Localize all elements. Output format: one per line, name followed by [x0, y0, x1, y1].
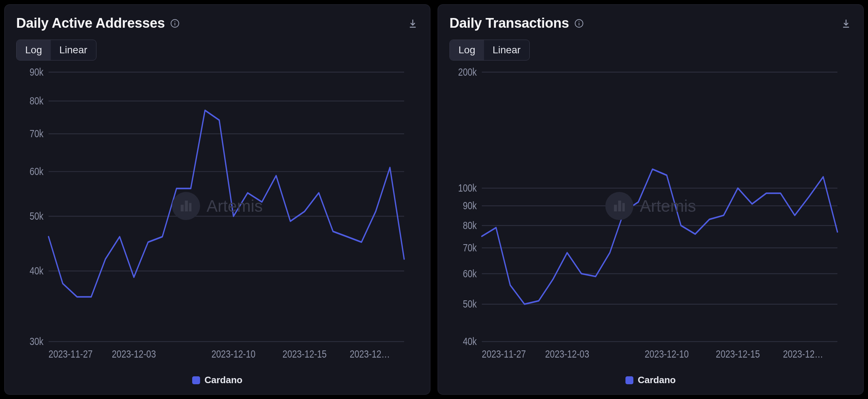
- svg-text:90k: 90k: [463, 200, 477, 212]
- svg-text:50k: 50k: [463, 298, 477, 310]
- svg-text:2023-12…: 2023-12…: [350, 348, 390, 360]
- svg-text:2023-11-27: 2023-11-27: [482, 348, 526, 360]
- svg-point-27: [579, 21, 579, 22]
- svg-text:2023-12-10: 2023-12-10: [645, 348, 689, 360]
- svg-text:100k: 100k: [458, 182, 477, 194]
- chart-area: Artemis 30k40k50k60k70k80k90k2023-11-272…: [16, 68, 419, 368]
- svg-text:70k: 70k: [463, 242, 477, 254]
- info-icon[interactable]: [574, 18, 584, 28]
- chart-svg-0: 30k40k50k60k70k80k90k2023-11-272023-12-0…: [16, 68, 411, 368]
- svg-text:80k: 80k: [30, 95, 44, 107]
- chart-svg-1: 40k50k60k70k80k90k100k200k2023-11-272023…: [449, 68, 845, 368]
- legend-swatch: [192, 376, 200, 384]
- panel-title: Daily Active Addresses: [16, 15, 165, 31]
- scale-toggle: Log Linear: [449, 40, 530, 60]
- scale-log-button[interactable]: Log: [17, 40, 51, 60]
- svg-text:2023-11-27: 2023-11-27: [49, 348, 93, 360]
- download-icon[interactable]: [840, 18, 852, 29]
- svg-text:2023-12…: 2023-12…: [783, 348, 823, 360]
- svg-text:200k: 200k: [458, 68, 477, 78]
- svg-text:30k: 30k: [30, 336, 44, 348]
- svg-text:80k: 80k: [463, 220, 477, 232]
- scale-log-button[interactable]: Log: [450, 40, 484, 60]
- legend-swatch: [625, 376, 633, 384]
- svg-text:70k: 70k: [30, 128, 44, 140]
- svg-text:2023-12-15: 2023-12-15: [716, 348, 760, 360]
- svg-text:2023-12-15: 2023-12-15: [282, 348, 327, 360]
- svg-text:2023-12-10: 2023-12-10: [211, 348, 256, 360]
- chart-legend: Cardano: [16, 368, 419, 386]
- chart-legend: Cardano: [449, 368, 852, 386]
- scale-linear-button[interactable]: Linear: [51, 40, 96, 60]
- title-wrap: Daily Transactions: [449, 15, 584, 31]
- svg-text:2023-12-03: 2023-12-03: [545, 348, 589, 360]
- title-wrap: Daily Active Addresses: [16, 15, 180, 31]
- panel-title: Daily Transactions: [449, 15, 569, 31]
- svg-text:90k: 90k: [30, 68, 44, 78]
- svg-point-2: [175, 21, 175, 22]
- download-icon[interactable]: [407, 18, 419, 29]
- legend-label: Cardano: [638, 375, 675, 386]
- svg-text:2023-12-03: 2023-12-03: [112, 348, 156, 360]
- scale-toggle: Log Linear: [16, 40, 96, 60]
- legend-label: Cardano: [204, 375, 242, 386]
- svg-text:40k: 40k: [30, 265, 44, 277]
- panel-daily-active-addresses: Daily Active Addresses Log Linear Artemi…: [4, 4, 430, 395]
- info-icon[interactable]: [170, 18, 180, 28]
- panel-header: Daily Active Addresses: [16, 15, 419, 31]
- panel-header: Daily Transactions: [449, 15, 852, 31]
- scale-linear-button[interactable]: Linear: [484, 40, 529, 60]
- panel-daily-transactions: Daily Transactions Log Linear Artemis 40…: [438, 4, 864, 395]
- svg-text:40k: 40k: [463, 336, 477, 348]
- chart-area: Artemis 40k50k60k70k80k90k100k200k2023-1…: [449, 68, 852, 368]
- svg-text:60k: 60k: [30, 166, 44, 178]
- svg-text:50k: 50k: [30, 210, 44, 222]
- svg-text:60k: 60k: [463, 268, 477, 279]
